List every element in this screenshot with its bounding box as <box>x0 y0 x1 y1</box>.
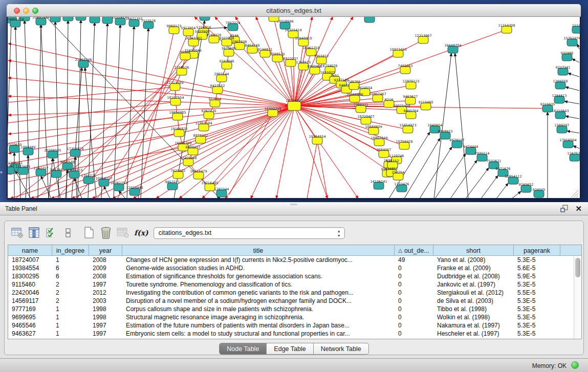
table-row[interactable]: 946362711997Embryonic stem cells: a mode… <box>8 330 581 338</box>
table-cell-year[interactable]: 1997 <box>89 280 122 289</box>
splitter-handle[interactable] <box>290 204 297 206</box>
network-edge[interactable] <box>114 25 120 198</box>
table-cell-name[interactable]: 19384554 <box>8 264 52 272</box>
delete-columns-icon[interactable] <box>98 226 114 240</box>
table-cell-name[interactable]: 9699695 <box>8 313 52 321</box>
network-edge[interactable] <box>567 131 579 133</box>
table-cell-year[interactable]: 2009 <box>89 264 122 272</box>
network-edge[interactable] <box>127 26 134 198</box>
table-cell-short[interactable]: de Silva et al. (2003) <box>433 297 514 305</box>
table-cell-pagerank[interactable]: 5.3E-5 <box>514 305 560 313</box>
table-row[interactable]: 1938455462009Genome-wide association stu… <box>8 264 581 272</box>
network-edge[interactable] <box>568 73 579 77</box>
network-edge[interactable] <box>294 106 404 146</box>
table-cell-title[interactable]: Investigating the contribution of common… <box>122 289 395 297</box>
network-edge[interactable] <box>53 158 60 198</box>
network-edge[interactable] <box>572 59 579 62</box>
table-cell-name[interactable]: 14569117 <box>8 297 52 305</box>
tab-edge-table[interactable]: Edge Table <box>267 343 313 355</box>
network-edge[interactable] <box>455 53 468 198</box>
table-cell-out_de[interactable]: 0 <box>395 289 433 297</box>
network-node[interactable] <box>63 17 73 21</box>
table-cell-out_de[interactable]: 0 <box>395 280 433 289</box>
table-cell-title[interactable]: Structural magnetic resonance image aver… <box>122 313 395 321</box>
table-row[interactable]: 911546021997Tourette syndrome. Phenomeno… <box>8 280 581 289</box>
column-header-in_degree[interactable]: in_degree <box>52 245 89 256</box>
collapse-panel-arrow-icon[interactable]: ▸ <box>1 169 3 174</box>
network-edge[interactable] <box>294 42 303 106</box>
column-header-out_de[interactable]: △out_de... <box>395 245 433 256</box>
table-row[interactable]: 969969511998Structural magnetic resonanc… <box>8 313 581 321</box>
tab-network-table[interactable]: Network Table <box>314 343 369 355</box>
table-cell-pagerank[interactable]: 5.3E-5 <box>514 280 560 289</box>
table-row[interactable]: 2242004622012Investigating the contribut… <box>8 289 581 297</box>
delete-table-icon[interactable] <box>115 226 130 240</box>
table-cell-year[interactable]: 2008 <box>89 256 122 264</box>
network-node[interactable] <box>200 17 210 20</box>
table-cell-short[interactable]: Jankovic et al. (1997) <box>433 280 514 289</box>
table-scrollbar[interactable] <box>574 256 581 339</box>
network-edge[interactable] <box>435 154 466 198</box>
new-table-icon[interactable] <box>81 226 97 240</box>
network-edge[interactable] <box>119 191 125 198</box>
function-builder-icon[interactable]: f(x) <box>134 229 148 237</box>
network-edge[interactable] <box>229 113 273 194</box>
network-edge[interactable] <box>450 160 477 198</box>
table-cell-name[interactable]: 18300295 <box>8 272 52 280</box>
table-cell-pagerank[interactable]: 5.3E-5 <box>514 330 560 338</box>
table-scrollbar-thumb[interactable] <box>575 258 580 277</box>
table-cell-title[interactable]: Estimation of the future numbers of pati… <box>122 321 395 330</box>
table-cell-name[interactable]: 9465546 <box>8 321 52 330</box>
table-row[interactable]: 1456911722003Disruption of a novel membe… <box>8 297 581 305</box>
table-cell-out_de[interactable]: 0 <box>395 305 433 313</box>
memory-ok-indicator-icon[interactable] <box>571 361 579 369</box>
table-cell-in_degree[interactable]: 1 <box>52 256 89 264</box>
table-cell-in_degree[interactable]: 6 <box>52 272 89 280</box>
table-cell-out_de[interactable]: 49 <box>395 256 433 264</box>
table-row[interactable]: 1830029562008Estimation of significance … <box>8 272 581 280</box>
table-cell-name[interactable]: 18724007 <box>8 256 52 264</box>
network-edge[interactable] <box>466 168 489 198</box>
column-header-title[interactable]: title <box>122 245 395 256</box>
table-cell-short[interactable]: Hescheler et al. (1997) <box>433 330 514 338</box>
table-cell-pagerank[interactable]: 5.6E-5 <box>514 264 560 272</box>
table-cell-pagerank[interactable]: 5.5E-5 <box>514 289 560 297</box>
table-cell-in_degree[interactable]: 2 <box>52 297 89 305</box>
network-edge[interactable] <box>276 106 294 198</box>
table-cell-year[interactable]: 1998 <box>89 305 122 313</box>
network-edge[interactable] <box>564 101 579 104</box>
network-node[interactable] <box>269 17 279 21</box>
table-cell-title[interactable]: Embryonic stem cells: a model to study s… <box>122 330 395 338</box>
table-cell-title[interactable]: Disruption of a novel member of a sodium… <box>122 297 395 305</box>
table-cell-title[interactable]: Corpus callosum shape and size in male p… <box>122 305 395 313</box>
table-selector-dropdown[interactable]: citations_edges.txt ▲▼ <box>154 227 345 239</box>
network-canvas[interactable]: 1863521610240557242069140610355311055310… <box>8 17 580 198</box>
table-cell-short[interactable]: Nakamura et al. (1997) <box>433 321 514 330</box>
rows-icon[interactable] <box>60 226 76 240</box>
table-cell-year[interactable]: 1997 <box>89 321 122 330</box>
table-cell-short[interactable]: Yano et al. (2008) <box>433 256 514 264</box>
table-cell-pagerank[interactable]: 5.3E-5 <box>514 297 560 305</box>
network-edge[interactable] <box>210 113 273 187</box>
table-cell-pagerank[interactable]: 5.3E-5 <box>514 256 560 264</box>
table-cell-title[interactable]: Genome-wide association studies in ADHD. <box>122 264 395 272</box>
network-edge[interactable] <box>104 186 110 198</box>
table-cell-title[interactable]: Estimation of significance thresholds fo… <box>122 272 395 280</box>
network-edge[interactable] <box>577 44 579 49</box>
table-cell-out_de[interactable]: 0 <box>395 297 433 305</box>
table-cell-name[interactable]: 9777169 <box>8 305 52 313</box>
table-cell-in_degree[interactable]: 1 <box>52 313 89 321</box>
table-cell-name[interactable]: 9463627 <box>8 330 52 338</box>
table-cell-out_de[interactable]: 0 <box>395 264 433 272</box>
column-header-short[interactable]: short <box>433 245 514 256</box>
table-cell-in_degree[interactable]: 1 <box>52 330 89 338</box>
table-cell-out_de[interactable]: 0 <box>395 321 433 330</box>
network-node[interactable] <box>90 17 100 23</box>
table-cell-in_degree[interactable]: 2 <box>52 289 89 297</box>
resize-grip-icon[interactable] <box>571 190 578 198</box>
network-edge[interactable] <box>307 141 317 198</box>
table-settings-icon[interactable] <box>10 226 25 240</box>
network-edge[interactable] <box>317 141 328 198</box>
network-edge[interactable] <box>72 68 82 198</box>
table-cell-title[interactable]: Changes of HCN gene expression and I(f) … <box>122 256 395 264</box>
